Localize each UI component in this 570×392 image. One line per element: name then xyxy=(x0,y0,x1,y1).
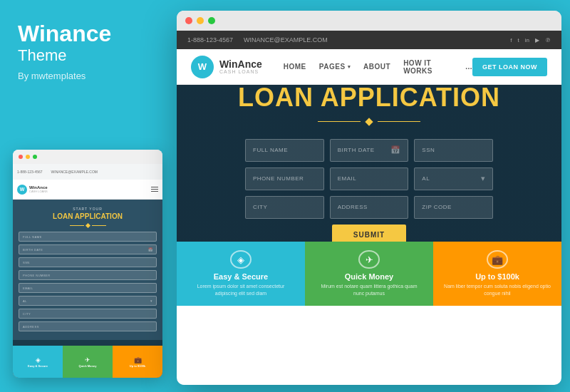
get-loan-button[interactable]: GET LOAN NOW xyxy=(472,58,547,76)
mini-features: ◈ Easy & Secure ✈ Quick Money 💼 Up to $1… xyxy=(13,346,162,378)
mini-navbar: W WinAnce CASH LOANS xyxy=(13,180,162,200)
hero-section: START YOUR LOAN APPLICATION FULL NAME BI… xyxy=(177,85,561,242)
feature-easy-secure: ◈ Easy & Secure Lorem ipsum dolor sit am… xyxy=(177,242,305,306)
submit-button[interactable]: SUBMIT xyxy=(332,225,406,242)
main-browser: 1-888-123-4567 WINANCE@EXAMPLE.COM f t i… xyxy=(177,11,561,385)
field-address[interactable]: ADDRESS xyxy=(330,196,409,219)
main-dot-red xyxy=(185,17,192,24)
mini-field-fullname[interactable]: FULL NAME xyxy=(19,232,157,242)
mini-hamburger-icon[interactable] xyxy=(151,187,158,192)
left-panel: Winance Theme By mwtemplates 1-888-123-4… xyxy=(0,0,171,392)
social-linkedin[interactable]: in xyxy=(525,37,529,43)
theme-name: Winance xyxy=(18,21,153,46)
field-birth-date[interactable]: BIRTH DATE 📅 xyxy=(330,139,409,162)
field-city[interactable]: CITY xyxy=(245,196,324,219)
field-state-select[interactable]: AL ▾ xyxy=(414,167,493,190)
mini-email: WINANCE@EXAMPLE.COM xyxy=(51,170,98,174)
briefcase-feature-icon: 💼 xyxy=(487,250,508,269)
info-email: WINANCE@EXAMPLE.COM xyxy=(244,36,328,43)
chevron-down-icon: ▾ xyxy=(481,174,485,183)
field-phone[interactable]: PHONE NUMBER xyxy=(245,167,324,190)
field-ssn[interactable]: SSN xyxy=(414,139,493,162)
field-email[interactable]: EMAIL xyxy=(330,167,409,190)
mini-browser: 1-888-123-4567 WINANCE@EXAMPLE.COM W Win… xyxy=(13,150,162,378)
loan-form: FULL NAME BIRTH DATE 📅 SSN PHONE NUMBER xyxy=(238,139,500,242)
mini-field-address[interactable]: ADDRESS xyxy=(19,321,157,331)
feature-quick-title: Quick Money xyxy=(345,272,393,281)
main-topbar xyxy=(177,11,561,31)
main-dot-yellow xyxy=(197,17,204,24)
chevron-down-icon: ▾ xyxy=(348,64,351,70)
divider-line-left xyxy=(318,121,361,122)
field-zip[interactable]: ZIP CODE xyxy=(414,196,493,219)
info-bar: 1-888-123-4567 WINANCE@EXAMPLE.COM f t i… xyxy=(177,31,561,49)
mini-infobar: 1-888-123-4567 WINANCE@EXAMPLE.COM xyxy=(13,164,162,180)
main-dot-green xyxy=(208,17,215,24)
divider-line-right xyxy=(378,121,420,122)
feature-easy-title: Easy & Secure xyxy=(214,272,268,281)
feature-100k-desc: Nam liber tempor cum soluta nobis eligen… xyxy=(444,283,551,297)
nav-about[interactable]: ABOUT xyxy=(363,59,390,75)
mini-dot-yellow xyxy=(26,155,30,159)
mini-dot-green xyxy=(33,155,37,159)
social-twitter[interactable]: t xyxy=(518,37,519,43)
mini-field-email[interactable]: EMAIL xyxy=(19,283,157,293)
hero-title: LOAN APPLICATION xyxy=(238,85,500,112)
mini-dot-red xyxy=(19,155,23,159)
mini-field-city[interactable]: CITY xyxy=(19,309,157,319)
main-nav: W WinAnce CASH LOANS HOME PAGES ▾ ABOUT … xyxy=(177,49,561,85)
mini-phone: 1-888-123-4567 xyxy=(17,170,43,174)
nav-home[interactable]: HOME xyxy=(284,59,306,75)
mini-loan-title: LOAN APPLICATION xyxy=(19,212,157,221)
mini-topbar xyxy=(13,150,162,164)
main-logo-name: WinAnce xyxy=(219,59,262,69)
mini-field-phone[interactable]: PHONE NUMBER xyxy=(19,270,157,280)
form-row-3: CITY ADDRESS ZIP CODE xyxy=(245,196,493,219)
mini-logo-text: WinAnce CASH LOANS xyxy=(29,185,48,193)
main-logo-circle: W xyxy=(191,56,214,78)
nav-pages[interactable]: PAGES ▾ xyxy=(319,59,351,75)
diamond-feature-icon: ◈ xyxy=(230,250,252,269)
nav-more[interactable]: ... xyxy=(465,59,472,75)
calendar-icon: 📅 xyxy=(390,145,400,155)
info-bar-left: 1-888-123-4567 WINANCE@EXAMPLE.COM xyxy=(187,36,499,43)
feature-100k: 💼 Up to $100k Nam liber tempor cum solut… xyxy=(433,242,561,306)
mini-field-birthdate[interactable]: BIRTH DATE 📅 xyxy=(19,244,157,254)
mini-feature-100k: 💼 Up to $100k xyxy=(113,346,162,378)
info-bar-right: f t in ▶ ℗ xyxy=(510,37,551,43)
theme-author: By mwtemplates xyxy=(18,71,153,81)
feature-easy-desc: Lorem ipsum dolor sit amet consectetur a… xyxy=(187,283,294,297)
feature-100k-title: Up to $100k xyxy=(475,272,519,281)
social-pinterest[interactable]: ℗ xyxy=(545,37,551,43)
social-youtube[interactable]: ▶ xyxy=(535,37,539,43)
mini-content: 1-888-123-4567 WINANCE@EXAMPLE.COM W Win… xyxy=(13,164,162,378)
mini-logo: W WinAnce CASH LOANS xyxy=(17,185,48,195)
form-row-2: PHONE NUMBER EMAIL AL ▾ xyxy=(245,167,493,190)
theme-subtitle: Theme xyxy=(18,46,153,65)
mini-hero: START YOUR LOAN APPLICATION FULL NAME BI… xyxy=(13,200,162,340)
mini-field-state[interactable]: AL ▾ xyxy=(19,296,157,306)
feature-quick-money: ✈ Quick Money Mirum est notare quam litt… xyxy=(305,242,433,306)
social-facebook[interactable]: f xyxy=(510,37,512,43)
mini-divider xyxy=(19,224,157,227)
diamond-icon xyxy=(365,118,373,125)
main-logo-tagline: CASH LOANS xyxy=(219,69,262,74)
nav-how-it-works[interactable]: HOW IT WORKS xyxy=(403,59,452,75)
mini-field-ssn[interactable]: SSN xyxy=(19,257,157,267)
feature-quick-desc: Mirum est notare quam littera gothica qu… xyxy=(316,283,423,297)
features-section: ◈ Easy & Secure Lorem ipsum dolor sit am… xyxy=(177,242,561,306)
main-content: 1-888-123-4567 WINANCE@EXAMPLE.COM f t i… xyxy=(177,31,561,385)
mini-feature-easy: ◈ Easy & Secure xyxy=(13,346,63,378)
mini-feature-quick: ✈ Quick Money xyxy=(63,346,113,378)
info-phone: 1-888-123-4567 xyxy=(187,36,233,43)
main-logo: W WinAnce CASH LOANS xyxy=(191,56,262,78)
send-feature-icon: ✈ xyxy=(358,250,380,269)
field-full-name[interactable]: FULL NAME xyxy=(245,139,324,162)
submit-row: SUBMIT xyxy=(245,225,493,242)
mini-logo-circle: W xyxy=(17,185,27,195)
hero-content: START YOUR LOAN APPLICATION FULL NAME BI… xyxy=(238,85,500,242)
mini-start-text: START YOUR xyxy=(19,207,157,211)
hero-divider xyxy=(238,119,500,125)
main-nav-links: HOME PAGES ▾ ABOUT HOW IT WORKS ... xyxy=(284,59,472,75)
form-row-1: FULL NAME BIRTH DATE 📅 SSN xyxy=(245,139,493,162)
